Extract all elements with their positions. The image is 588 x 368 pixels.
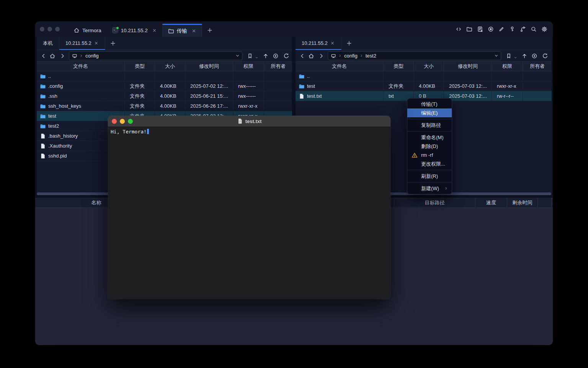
editor-titlebar[interactable]: test.txt bbox=[108, 116, 390, 127]
left_panel-toolbar: config bbox=[37, 50, 292, 61]
column-header-5[interactable]: 所有者 bbox=[523, 62, 552, 71]
menu-item-更改权限...[interactable]: 更改权限... bbox=[407, 159, 452, 168]
main-tab-10.211.55.2[interactable]: >_10.211.55.2 bbox=[107, 24, 162, 37]
menu-item-新建(W)[interactable]: 新建(W) bbox=[407, 184, 452, 193]
file-owner-cell bbox=[264, 101, 292, 111]
menu-item-复制路径[interactable]: 复制路径 bbox=[407, 121, 452, 130]
right_panel-path-input[interactable]: configtest2 bbox=[328, 51, 501, 60]
column-header-0[interactable]: 文件名 bbox=[296, 62, 384, 71]
back-button[interactable] bbox=[41, 53, 47, 59]
refresh-button[interactable] bbox=[283, 53, 289, 59]
left_panel-new-tab-button[interactable] bbox=[105, 37, 121, 50]
column-header-4[interactable]: 权限 bbox=[233, 62, 264, 71]
menu-item-重命名(M)[interactable]: 重命名(M) bbox=[407, 133, 452, 142]
left_panel-tab-bar: 本机10.211.55.2 bbox=[37, 37, 292, 50]
folder-icon bbox=[40, 93, 46, 99]
transfer-column-header[interactable]: 目标路径 bbox=[394, 198, 475, 207]
main-tab-label: Termora bbox=[82, 28, 101, 33]
close-tab-icon[interactable] bbox=[191, 28, 196, 33]
new-main-tab-button[interactable] bbox=[202, 24, 217, 37]
left_panel-tab-10.211.55.2[interactable]: 10.211.55.2 bbox=[59, 37, 105, 50]
path-segment: test2 bbox=[366, 53, 376, 59]
code-icon[interactable] bbox=[455, 26, 462, 32]
file-row[interactable]: .. bbox=[37, 71, 292, 81]
file-mtime-cell: 2025-06-26 17:... bbox=[185, 101, 233, 111]
file-icon bbox=[40, 153, 46, 159]
parent-directory-button[interactable] bbox=[521, 53, 528, 59]
record-icon[interactable] bbox=[487, 26, 494, 32]
file-row[interactable]: ssh_host_keys文件夹4.00KB2025-06-26 17:...r… bbox=[37, 101, 292, 111]
bookmark-button[interactable] bbox=[247, 53, 253, 59]
parent-directory-button[interactable] bbox=[263, 53, 269, 59]
folder-icon[interactable] bbox=[466, 26, 472, 32]
home-button[interactable] bbox=[49, 53, 56, 59]
close-tab-icon[interactable] bbox=[330, 41, 335, 46]
menu-item-label: 刷新(R) bbox=[421, 173, 438, 180]
close-tab-icon[interactable] bbox=[94, 41, 99, 46]
editor-close-button[interactable] bbox=[112, 119, 117, 124]
close-tab-icon[interactable] bbox=[152, 28, 157, 33]
column-header-1[interactable]: 类型 bbox=[125, 62, 155, 71]
main-titlebar[interactable]: Termora>_10.211.55.2传输 bbox=[35, 21, 553, 37]
bookmark-caret-icon[interactable] bbox=[512, 54, 518, 61]
menu-item-编辑(E)[interactable]: 编辑(E) bbox=[407, 108, 452, 117]
column-header-4[interactable]: 权限 bbox=[492, 62, 523, 71]
log-icon[interactable] bbox=[477, 26, 483, 32]
minimize-button[interactable] bbox=[47, 27, 52, 31]
search-icon[interactable] bbox=[530, 26, 537, 32]
transfer-column-header[interactable]: 速度 bbox=[475, 198, 507, 207]
window-controls bbox=[40, 27, 60, 31]
file-mtime-cell: 2025-06-21 15:... bbox=[185, 91, 233, 101]
editor-text-area[interactable]: Hi, Termora! bbox=[108, 127, 390, 137]
main-tab-termora[interactable]: Termora bbox=[68, 24, 107, 37]
show-hidden-toggle[interactable] bbox=[531, 53, 537, 59]
menu-item-删除(D)[interactable]: 删除(D) bbox=[407, 142, 452, 151]
column-header-2[interactable]: 大小 bbox=[155, 62, 185, 71]
file-mtime-cell: 2025-07-03 12:... bbox=[444, 81, 492, 91]
file-row[interactable]: .config文件夹4.00KB2025-07-02 12:...rwx----… bbox=[37, 81, 292, 91]
right_panel-new-tab-button[interactable] bbox=[341, 37, 357, 50]
forward-button[interactable] bbox=[318, 53, 324, 59]
file-row[interactable]: .. bbox=[296, 71, 552, 81]
column-header-3[interactable]: 修改时间 bbox=[444, 62, 492, 71]
close-button[interactable] bbox=[40, 27, 44, 31]
keychain-icon[interactable] bbox=[519, 26, 526, 32]
forward-button[interactable] bbox=[59, 53, 65, 59]
bookmark-button[interactable] bbox=[506, 53, 512, 59]
file-row[interactable]: test文件夹4.00KB2025-07-03 12:...rwxr-xr-x bbox=[296, 81, 552, 91]
column-header-1[interactable]: 类型 bbox=[384, 62, 414, 71]
editor-zoom-button[interactable] bbox=[128, 119, 133, 124]
menu-item-label: 新建(W) bbox=[421, 185, 439, 192]
bookmark-caret-icon[interactable] bbox=[253, 54, 260, 61]
file-row[interactable]: .ssh文件夹4.00KB2025-06-21 15:...rwx------ bbox=[37, 91, 292, 101]
settings-icon[interactable] bbox=[541, 26, 547, 32]
column-header-3[interactable]: 修改时间 bbox=[185, 62, 233, 71]
editor-minimize-button[interactable] bbox=[120, 119, 125, 124]
column-header-0[interactable]: 文件名 bbox=[37, 62, 125, 71]
back-button[interactable] bbox=[299, 53, 305, 59]
main-tab-传输[interactable]: 传输 bbox=[162, 24, 202, 37]
left_panel-tab-本机[interactable]: 本机 bbox=[37, 37, 59, 50]
home-button[interactable] bbox=[308, 53, 314, 59]
file-size-cell: 4.00KB bbox=[155, 91, 185, 101]
show-hidden-toggle[interactable] bbox=[273, 53, 279, 59]
zoom-button[interactable] bbox=[55, 27, 60, 31]
path-dropdown-icon[interactable] bbox=[494, 53, 499, 58]
transfer-column-header[interactable]: 剩余时间 bbox=[507, 198, 538, 207]
path-separator-icon bbox=[338, 54, 342, 58]
menu-item-传输(T)[interactable]: 传输(T) bbox=[407, 100, 452, 108]
file-perm-cell bbox=[492, 71, 523, 81]
refresh-button[interactable] bbox=[542, 53, 548, 59]
file-owner-cell bbox=[523, 91, 552, 101]
path-dropdown-icon[interactable] bbox=[235, 53, 240, 58]
pencil-icon[interactable] bbox=[498, 26, 505, 32]
right_panel-tab-10.211.55.2[interactable]: 10.211.55.2 bbox=[296, 37, 341, 50]
menu-separator bbox=[408, 131, 451, 131]
key-icon[interactable] bbox=[509, 26, 515, 32]
file-owner-cell bbox=[264, 81, 292, 91]
column-header-2[interactable]: 大小 bbox=[414, 62, 444, 71]
menu-item-刷新(R)[interactable]: 刷新(R) bbox=[407, 172, 452, 181]
menu-item-rm -rf[interactable]: rm -rf bbox=[407, 151, 452, 159]
left_panel-path-input[interactable]: config bbox=[69, 51, 242, 60]
column-header-5[interactable]: 所有者 bbox=[264, 62, 292, 71]
